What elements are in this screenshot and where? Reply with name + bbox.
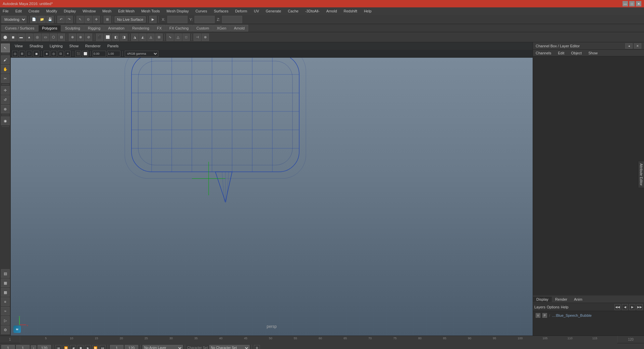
anim-tab[interactable]: Anim [571,297,586,302]
poly-sphere-button[interactable]: ⬤ [1,34,9,41]
viewport-menu-renderer[interactable]: Renderer [84,43,102,49]
sculpt-tool-button[interactable]: ✋ [1,65,10,73]
separate-button[interactable]: ⊗ [77,34,84,41]
poly-disc-button[interactable]: ⬡ [50,34,57,41]
timeline-ruler[interactable]: 5101520253035404550556065707580859095100… [20,336,617,343]
light-button[interactable]: ☀ [65,51,71,57]
x-input[interactable] [167,16,187,23]
layer-last-button[interactable]: ▶▶ [637,304,643,310]
channels-tab[interactable]: Channels [534,50,552,56]
mirror-button[interactable]: ⊣ [194,34,201,41]
z-input[interactable] [222,16,242,23]
menu-item-display[interactable]: Display [62,8,77,14]
playback-start-input[interactable] [110,345,123,349]
menu-item-curves[interactable]: Curves [194,8,209,14]
move-left-button[interactable]: ✛ [1,86,10,95]
rotate-left-button[interactable]: ↺ [1,95,10,104]
poly-torus-button[interactable]: ◎ [34,34,41,41]
menu-item-window[interactable]: Window [81,8,97,14]
color-space-select[interactable]: sRGB gamma [125,51,158,57]
mode-select[interactable]: Modeling [1,16,26,23]
help-label[interactable]: Help [561,305,569,309]
tab-animation[interactable]: Animation [104,25,128,32]
tab-rigging[interactable]: Rigging [84,25,104,32]
layer-visibility-check[interactable]: V [536,313,540,318]
snap-button[interactable]: ⊞ [104,16,111,23]
poly-cylinder-button[interactable]: ▬ [17,34,25,41]
track-button[interactable]: ≡ [1,297,10,306]
stop-button[interactable]: ⏹ [77,345,84,349]
edit-tab[interactable]: Edit [556,50,566,56]
tab-fx-caching[interactable]: FX Caching [166,25,192,32]
far-clip-input[interactable] [107,51,120,57]
grid-button[interactable]: ⊟ [58,51,64,57]
bridge-button[interactable]: ⬜ [104,34,111,41]
frame-end-input[interactable] [38,345,51,349]
menu-item---dtoall-[interactable]: -3DtoAll- [304,8,321,14]
menu-item-edit[interactable]: Edit [14,8,23,14]
menu-item-modify[interactable]: Modify [45,8,58,14]
bevel-button[interactable]: ◮ [131,34,139,41]
jump-end-button[interactable]: ⏭ [100,345,106,349]
isolate-button[interactable]: ◎ [51,51,57,57]
maximize-button[interactable]: □ [629,1,635,6]
chamfer-button[interactable]: ◭ [139,34,147,41]
wireframe-button[interactable]: □ [26,51,32,57]
menu-item-create[interactable]: Create [27,8,41,14]
tab-xgen[interactable]: XGen [213,25,230,32]
camera-selector-button[interactable]: ◎ [12,51,18,57]
quadrangulate-button[interactable]: □ [182,34,190,41]
frame-start-input[interactable] [16,345,30,349]
select-tool-left-button[interactable]: ↖ [1,44,10,52]
graph-button[interactable]: ≈ [1,307,10,315]
display-mode-button[interactable]: ⊞ [19,51,25,57]
save-file-button[interactable]: 💾 [46,16,54,23]
close-button[interactable]: ✕ [636,1,641,6]
paint-tool-button[interactable]: 🖌 [1,55,10,64]
extrude-button[interactable]: ⬛ [96,34,103,41]
undo-button[interactable]: ↶ [57,16,65,23]
new-file-button[interactable]: 📄 [30,16,38,23]
tab-arnold[interactable]: Arnold [230,25,249,32]
smooth-button[interactable]: ∿ [166,34,174,41]
render-layer-button[interactable]: ▦ [1,279,10,287]
xray-button[interactable]: ◈ [44,51,50,57]
tab-curves---surfaces[interactable]: Curves / Surfaces [1,25,38,32]
select-tool-button[interactable]: ↖ [76,16,84,23]
boolean-button[interactable]: ⊛ [202,34,209,41]
poly-pipe-button[interactable]: ⊟ [58,34,65,41]
menu-item-help[interactable]: Help [363,8,373,14]
combine-button[interactable]: ⊕ [69,34,76,41]
smooth-button[interactable]: ◼ [33,51,39,57]
viewport-menu-shading[interactable]: Shading [28,43,44,49]
redo-button[interactable]: ↷ [65,16,73,23]
preferences-button[interactable]: ⚙ [254,345,260,349]
triangulate-button[interactable]: △ [174,34,182,41]
play-forward-button[interactable]: ▶ [85,345,91,349]
viewport[interactable]: View Shading Lighting Show Renderer Pane… [11,42,533,336]
tab-fx[interactable]: FX [153,25,165,32]
anim-layer-select[interactable]: No Anim Layer [143,345,183,349]
menu-item-file[interactable]: File [1,8,10,14]
scale-left-button[interactable]: ⊕ [1,105,10,113]
merge-button[interactable]: ⊞ [155,34,163,41]
resolution-gate-button[interactable]: ⬛ [75,51,81,57]
viewport-menu-view[interactable]: View [13,43,24,49]
poly-cube-button[interactable]: ◼ [9,34,17,41]
layer-p-check[interactable]: P [542,313,547,318]
soft-select-button[interactable]: ◉ [1,116,10,125]
tab-polygons[interactable]: Polygons [38,25,61,32]
open-file-button[interactable]: 📁 [38,16,46,23]
render-tab[interactable]: Render [552,297,571,302]
collapse-button[interactable]: ◬ [147,34,155,41]
tab-custom[interactable]: Custom [193,25,213,32]
tab-rendering[interactable]: Rendering [128,25,153,32]
menu-item-mesh[interactable]: Mesh [101,8,113,14]
minimize-button[interactable]: — [623,1,628,6]
fill-hole-button[interactable]: ◨ [120,34,127,41]
settings-button[interactable]: ⚙ [1,326,10,334]
char-set-select[interactable]: No Character Set [209,345,250,349]
panel-expand-button[interactable]: ◂ [625,43,633,49]
move-tool-button[interactable]: ✛ [93,16,100,23]
layer-prev-button[interactable]: ◀◀ [614,304,621,310]
